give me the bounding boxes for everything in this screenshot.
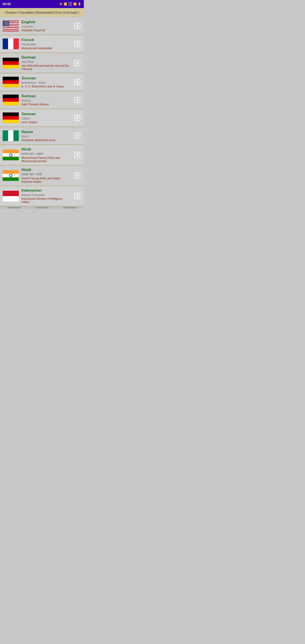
download-arrow-english: ⬇ [76, 24, 79, 28]
flag-in-7 [3, 150, 19, 160]
svg-rect-6 [3, 30, 19, 31]
flag-id-9 [3, 191, 19, 202]
download-arrow-german-abu-rida: ⬇ [76, 61, 79, 65]
item-info-german-bubenheim: GermanBubenheim - ElyasA. S. F. Bubenhei… [22, 76, 70, 88]
download-button-english[interactable]: ⬇ [73, 22, 81, 30]
item-translator-full-french: Muhammad Hamidullah [22, 46, 70, 50]
item-info-german-abu-rida: GermanAbu RidaAbu Rida Muhammad ibn Ahma… [22, 55, 70, 71]
flag-de-2 [3, 58, 19, 68]
download-arrow-german-zaidan: ⬇ [76, 116, 79, 120]
flag-us-0: ★★★★★★ ★★★★★ ★★★★★★ ★★★★★ [3, 20, 19, 31]
item-language-german-abu-rida: German [22, 55, 70, 60]
item-translator-short-hindi-farooq-nadwi: फ़ारूक़ ख़ान - नदवी [22, 173, 70, 176]
download-icon-hausa: ⬇ [74, 132, 80, 139]
flag-ng-6 [3, 130, 19, 141]
status-bar: 00:09 🔇 📶 Vo))LTE 📶 🔋 [0, 0, 84, 8]
item-info-hindi-farooq-ahmed: Hindiफ़ारूक़ ख़ान - अहमदMuhammad Farooq … [22, 147, 70, 163]
item-language-french: French [22, 38, 70, 42]
item-translator-short-german-khoury: Khoury [22, 99, 70, 102]
download-icon-indonesian: ⬇ [74, 193, 80, 199]
svg-rect-5 [3, 28, 19, 29]
status-time: 00:09 [3, 2, 11, 6]
item-language-english: English [22, 20, 70, 24]
item-translator-short-german-zaidan: Zaidan [22, 117, 70, 120]
item-translator-short-german-abu-rida: Abu Rida [22, 60, 70, 64]
header-title: Choose a Translation (Downloaded Once Is… [5, 11, 79, 14]
item-translator-full-english: Abdullah Yusuf Ali [22, 28, 70, 32]
item-language-hindi-farooq-nadwi: Hindi [22, 168, 70, 172]
download-button-indonesian[interactable]: ⬇ [73, 192, 81, 200]
flag-fr-1 [3, 38, 19, 49]
svg-text:★★★★★: ★★★★★ [4, 24, 9, 26]
item-info-indonesian: IndonesianBahasa IndonesiaIndonesian Min… [22, 188, 70, 204]
download-button-french[interactable]: ⬇ [73, 40, 81, 48]
item-language-hausa: Hausa [22, 130, 70, 134]
translation-item-french[interactable]: FrenchHamidullahMuhammad Hamidullah⬇ [0, 35, 84, 53]
item-translator-full-hindi-farooq-ahmed: Muhammad Farooq Khan and Muhammad Ahmed [22, 156, 70, 163]
scrollbar-dot-2 [35, 207, 49, 208]
download-arrow-indonesian: ⬇ [76, 194, 79, 198]
download-arrow-german-bubenheim: ⬇ [76, 80, 79, 84]
scrollbar-dot-3 [63, 207, 77, 208]
item-translator-full-hindi-farooq-nadwi: Suhel Farooq Khan and Saifur Rahman Nadw… [22, 177, 70, 183]
translation-item-indonesian[interactable]: IndonesianBahasa IndonesiaIndonesian Min… [0, 186, 84, 206]
translation-item-german-abu-rida[interactable]: GermanAbu RidaAbu Rida Muhammad ibn Ahma… [0, 53, 84, 73]
item-translator-short-indonesian: Bahasa Indonesia [22, 193, 70, 196]
item-info-english: EnglishYusuf AliAbdullah Yusuf Ali [22, 20, 70, 32]
download-icon-hindi-farooq-nadwi: ⬇ [74, 172, 80, 179]
translation-item-german-zaidan[interactable]: GermanZaidanAmir Zaidan⬇ [0, 109, 84, 127]
download-icon-english: ⬇ [74, 23, 80, 29]
download-button-hausa[interactable]: ⬇ [73, 132, 81, 140]
download-button-hindi-farooq-ahmed[interactable]: ⬇ [73, 151, 81, 159]
item-translator-short-english: Yusuf Ali [22, 25, 70, 28]
item-translator-short-french: Hamidullah [22, 43, 70, 46]
item-translator-full-hausa: Abubakar Mahmoud Gumi [22, 138, 70, 142]
translation-item-hindi-farooq-nadwi[interactable]: Hindiफ़ारूक़ ख़ान - नदवीSuhel Farooq Kha… [0, 166, 84, 186]
item-info-hausa: HausaGumiAbubakar Mahmoud Gumi [22, 130, 70, 142]
flag-de-5 [3, 112, 19, 123]
item-language-german-zaidan: German [22, 112, 70, 116]
download-button-german-khoury[interactable]: ⬇ [73, 96, 81, 104]
download-icon-german-khoury: ⬇ [74, 97, 80, 103]
status-icons: 🔇 📶 Vo))LTE 📶 🔋 [59, 2, 81, 6]
download-button-german-zaidan[interactable]: ⬇ [73, 114, 81, 122]
wifi-icon: 📶 [64, 2, 67, 6]
page-header: Choose a Translation (Downloaded Once Is… [0, 8, 84, 17]
download-icon-german-zaidan: ⬇ [74, 115, 80, 121]
flag-in-8 [3, 170, 19, 181]
download-icon-german-abu-rida: ⬇ [74, 60, 80, 66]
scrollbar-area [0, 206, 84, 209]
download-arrow-hindi-farooq-ahmed: ⬇ [76, 153, 79, 157]
download-arrow-hindi-farooq-nadwi: ⬇ [76, 174, 79, 178]
mute-icon: 🔇 [59, 2, 62, 6]
translation-item-english[interactable]: ★★★★★★ ★★★★★ ★★★★★★ ★★★★★ EnglishYusuf A… [0, 17, 84, 35]
item-language-hindi-farooq-ahmed: Hindi [22, 147, 70, 152]
item-translator-full-indonesian: Indonesian Ministry of Religious Affairs [22, 197, 70, 204]
translation-item-hindi-farooq-ahmed[interactable]: Hindiफ़ारूक़ ख़ान - अहमदMuhammad Farooq … [0, 145, 84, 166]
download-icon-french: ⬇ [74, 41, 80, 47]
download-icon-hindi-farooq-ahmed: ⬇ [74, 152, 80, 158]
scrollbar-dot-1 [8, 207, 21, 208]
download-button-hindi-farooq-nadwi[interactable]: ⬇ [73, 172, 81, 180]
item-language-indonesian: Indonesian [22, 188, 70, 193]
download-arrow-french: ⬇ [76, 42, 79, 46]
download-icon-german-bubenheim: ⬇ [74, 79, 80, 85]
download-arrow-hausa: ⬇ [76, 134, 79, 138]
item-language-german-bubenheim: German [22, 76, 70, 80]
flag-de-4 [3, 94, 19, 105]
download-button-german-abu-rida[interactable]: ⬇ [73, 59, 81, 67]
item-info-german-khoury: GermanKhouryAdel Theodor Khoury [22, 94, 70, 106]
item-translator-short-german-bubenheim: Bubenheim - Elyas [22, 81, 70, 84]
item-info-french: FrenchHamidullahMuhammad Hamidullah [22, 38, 70, 50]
translation-item-german-khoury[interactable]: GermanKhouryAdel Theodor Khoury⬇ [0, 91, 84, 109]
translation-item-german-bubenheim[interactable]: GermanBubenheim - ElyasA. S. F. Bubenhei… [0, 73, 84, 91]
download-button-german-bubenheim[interactable]: ⬇ [73, 78, 81, 86]
item-translator-full-german-khoury: Adel Theodor Khoury [22, 103, 70, 106]
lte-icon: Vo))LTE [68, 2, 72, 6]
flag-de-3 [3, 77, 19, 88]
item-info-hindi-farooq-nadwi: Hindiफ़ारूक़ ख़ान - नदवीSuhel Farooq Kha… [22, 168, 70, 183]
item-translator-full-german-zaidan: Amir Zaidan [22, 120, 70, 124]
item-translator-short-hausa: Gumi [22, 134, 70, 138]
translation-item-hausa[interactable]: HausaGumiAbubakar Mahmoud Gumi⬇ [0, 127, 84, 145]
item-language-german-khoury: German [22, 94, 70, 98]
